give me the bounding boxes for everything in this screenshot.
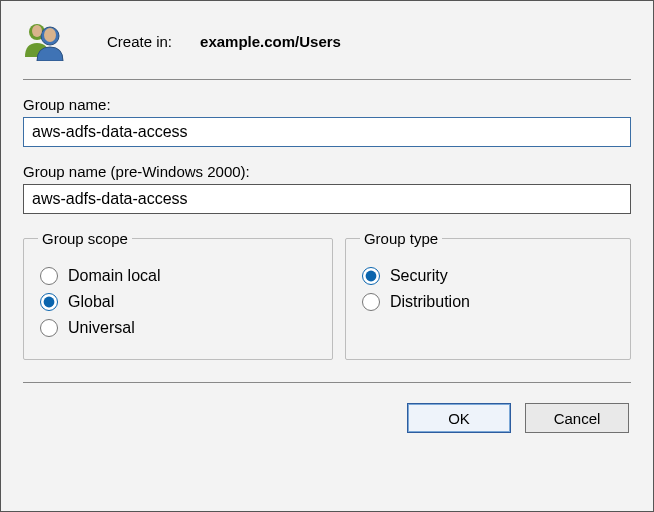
scope-domain-local-label: Domain local [68, 267, 160, 285]
group-name-prewin-block: Group name (pre-Windows 2000): [23, 163, 631, 214]
type-security[interactable]: Security [360, 267, 616, 285]
type-security-radio[interactable] [362, 267, 380, 285]
ok-button[interactable]: OK [407, 403, 511, 433]
scope-universal-label: Universal [68, 319, 135, 337]
group-options-row: Group scope Domain local Global Universa… [23, 230, 631, 360]
type-security-label: Security [390, 267, 448, 285]
group-icon [23, 21, 67, 61]
scope-universal-radio[interactable] [40, 319, 58, 337]
dialog-header: Create in: example.com/Users [23, 1, 631, 79]
group-name-input[interactable] [23, 117, 631, 147]
group-name-label: Group name: [23, 96, 631, 113]
scope-universal[interactable]: Universal [38, 319, 318, 337]
group-name-prewin-input[interactable] [23, 184, 631, 214]
type-distribution-radio[interactable] [362, 293, 380, 311]
scope-domain-local-radio[interactable] [40, 267, 58, 285]
scope-domain-local[interactable]: Domain local [38, 267, 318, 285]
dialog-buttons: OK Cancel [23, 399, 631, 433]
create-in-label: Create in: [107, 33, 172, 50]
create-group-dialog: Create in: example.com/Users Group name:… [0, 0, 654, 512]
type-distribution-label: Distribution [390, 293, 470, 311]
type-distribution[interactable]: Distribution [360, 293, 616, 311]
group-type-fieldset: Group type Security Distribution [345, 230, 631, 360]
group-type-legend: Group type [360, 230, 442, 247]
divider-bottom [23, 382, 631, 383]
scope-global[interactable]: Global [38, 293, 318, 311]
group-scope-legend: Group scope [38, 230, 132, 247]
svg-point-3 [44, 28, 56, 42]
divider [23, 79, 631, 80]
group-scope-fieldset: Group scope Domain local Global Universa… [23, 230, 333, 360]
scope-global-radio[interactable] [40, 293, 58, 311]
group-name-prewin-label: Group name (pre-Windows 2000): [23, 163, 631, 180]
group-name-block: Group name: [23, 96, 631, 147]
svg-point-4 [32, 25, 42, 37]
cancel-button[interactable]: Cancel [525, 403, 629, 433]
create-in-path: example.com/Users [200, 33, 341, 50]
scope-global-label: Global [68, 293, 114, 311]
